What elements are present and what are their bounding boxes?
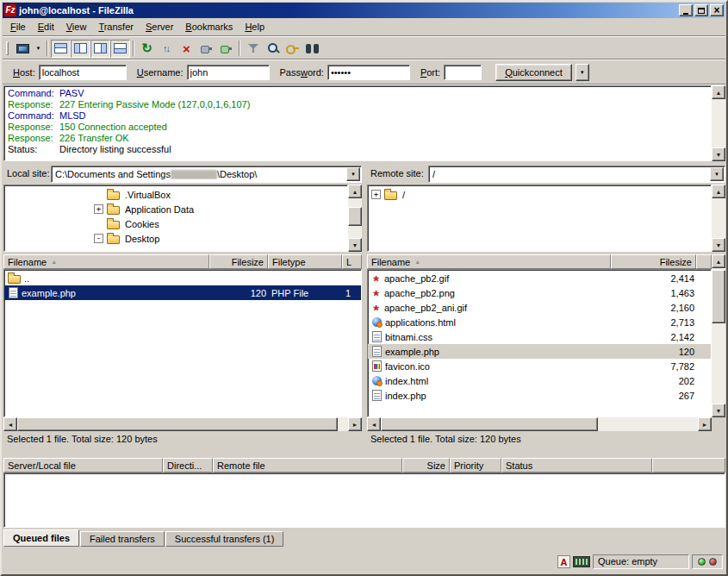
process-queue-button[interactable]: ↑↓	[157, 40, 177, 58]
tab-successful-transfers[interactable]: Successful transfers (1)	[165, 531, 284, 547]
tab-failed-transfers[interactable]: Failed transfers	[80, 531, 165, 547]
column-status[interactable]: Status	[501, 458, 652, 473]
log-scrollbar[interactable]: ▲ ▼	[712, 85, 725, 161]
file-row[interactable]: *apache_pb2.png 1,463	[368, 285, 711, 300]
combo-dropdown-button[interactable]: ▼	[710, 167, 724, 181]
find-files-button[interactable]	[302, 40, 322, 58]
menu-edit[interactable]: Edit	[32, 20, 60, 34]
cancel-button[interactable]: ×	[177, 40, 196, 58]
menu-bookmarks[interactable]: Bookmarks	[179, 20, 239, 34]
host-input[interactable]	[39, 65, 127, 80]
scroll-right-button[interactable]: ►	[698, 417, 712, 431]
column-last-modified[interactable]: L	[342, 254, 362, 269]
scroll-down-button[interactable]: ▼	[712, 238, 725, 252]
reconnect-button[interactable]	[216, 40, 236, 58]
local-tree-item[interactable]: + Application Data	[4, 202, 347, 216]
column-direction[interactable]: Directi...	[163, 458, 213, 473]
tab-queued-files[interactable]: Queued files	[3, 529, 79, 547]
local-list-hscrollbar[interactable]: ◄ ►	[3, 417, 362, 431]
tree-expander-icon[interactable]: +	[371, 190, 381, 199]
column-filename[interactable]: Filename▲	[367, 254, 611, 269]
quickconnect-dropdown-button[interactable]: ▼	[576, 64, 589, 81]
local-tree-item[interactable]: - Desktop	[4, 231, 347, 246]
menu-server[interactable]: Server	[140, 20, 179, 34]
remote-tree-scrollbar[interactable]: ▲ ▼	[712, 185, 725, 252]
local-tree-item[interactable]: Cookies	[4, 216, 347, 231]
file-row[interactable]: index.html 202	[368, 373, 711, 388]
column-size[interactable]: Size	[402, 458, 450, 473]
column-remote-file[interactable]: Remote file	[213, 458, 402, 473]
menu-transfer[interactable]: Transfer	[92, 20, 140, 34]
menubar: File Edit View Transfer Server Bookmarks…	[3, 19, 725, 36]
open-site-manager-button[interactable]	[13, 40, 33, 58]
toggle-local-tree-button[interactable]	[71, 40, 90, 58]
tree-item-label: Application Data	[123, 204, 196, 215]
scroll-left-button[interactable]: ◄	[3, 417, 17, 431]
file-row[interactable]: ..	[4, 271, 361, 285]
combo-dropdown-button[interactable]: ▼	[346, 167, 360, 181]
minimize-button[interactable]	[679, 4, 693, 16]
file-row[interactable]: applications.html 2,713	[368, 315, 711, 329]
close-button[interactable]: ×	[710, 4, 724, 16]
compare-directories-button[interactable]	[263, 40, 283, 58]
quickconnect-button[interactable]: Quickconnect	[495, 64, 572, 81]
maximize-button[interactable]	[694, 4, 708, 16]
menu-help[interactable]: Help	[239, 20, 271, 34]
remote-tree-item[interactable]: + /	[368, 187, 711, 202]
quickconnect-bar: Host: Username: Password: Port: Quickcon…	[3, 60, 725, 85]
tree-expander-icon[interactable]: -	[94, 234, 103, 243]
remote-site-combo[interactable]: / ▼	[428, 166, 725, 183]
scroll-thumb[interactable]	[381, 417, 598, 431]
scroll-down-button[interactable]: ▼	[712, 147, 725, 161]
file-row[interactable]: favicon.ico 7,782	[368, 359, 711, 373]
file-row-selected[interactable]: example.php 120 PHP File 1	[4, 285, 361, 300]
filter-icon	[248, 43, 258, 53]
local-tree-scrollbar[interactable]: ▲ ▼	[348, 185, 362, 252]
local-tree-item[interactable]: .VirtualBox	[4, 187, 347, 202]
scroll-up-button[interactable]: ▲	[348, 185, 362, 198]
column-filetype[interactable]: Filetype	[268, 254, 342, 269]
scroll-thumb[interactable]	[712, 270, 725, 323]
file-row[interactable]: *apache_pb2.gif 2,414	[368, 271, 711, 285]
column-filename[interactable]: Filename▲	[3, 254, 209, 269]
column-priority[interactable]: Priority	[450, 458, 501, 473]
file-row[interactable]: *apache_pb2_ani.gif 2,160	[368, 300, 711, 315]
column-filesize[interactable]: Filesize	[611, 254, 696, 269]
disconnect-button[interactable]	[196, 40, 216, 58]
toggle-message-log-button[interactable]	[51, 40, 71, 58]
scroll-thumb[interactable]	[348, 207, 362, 226]
menu-file[interactable]: File	[4, 20, 32, 34]
file-row[interactable]: bitnami.css 2,142	[368, 329, 711, 344]
site-manager-dropdown-button[interactable]: ▼	[33, 40, 44, 58]
scroll-up-button[interactable]: ▲	[712, 85, 725, 99]
toggle-remote-tree-button[interactable]	[90, 40, 110, 58]
synchronized-browsing-button[interactable]	[283, 40, 302, 58]
filter-button[interactable]	[243, 40, 263, 58]
remote-list-hscrollbar[interactable]: ◄ ►	[367, 417, 712, 431]
process-queue-icon: ↑↓	[163, 44, 171, 53]
scroll-up-button[interactable]: ▲	[712, 254, 725, 268]
scroll-right-button[interactable]: ►	[348, 417, 362, 431]
toolbar-grip[interactable]	[6, 41, 9, 55]
scroll-down-button[interactable]: ▼	[348, 238, 362, 252]
port-input[interactable]	[444, 65, 482, 80]
file-row[interactable]: index.php 267	[368, 388, 711, 403]
php-file-icon	[372, 346, 382, 357]
toggle-transfer-queue-button[interactable]	[110, 40, 130, 58]
local-site-combo[interactable]: C:\Documents and Settings\Desktop\ ▼	[51, 166, 362, 183]
menu-view[interactable]: View	[60, 20, 93, 34]
file-row-selected[interactable]: example.php 120	[368, 344, 711, 359]
column-server-local-file[interactable]: Server/Local file	[3, 458, 163, 473]
column-filesize[interactable]: Filesize	[209, 254, 268, 269]
binoculars-icon	[306, 44, 319, 53]
scroll-thumb[interactable]	[17, 417, 338, 431]
scroll-up-button[interactable]: ▲	[712, 185, 725, 198]
remote-list-scrollbar[interactable]: ▲ ▼	[712, 254, 725, 417]
tree-expander-icon[interactable]: +	[94, 204, 103, 214]
password-input[interactable]	[327, 65, 410, 80]
titlebar[interactable]: Fz john@localhost - FileZilla ×	[3, 3, 725, 18]
scroll-left-button[interactable]: ◄	[367, 417, 381, 431]
username-input[interactable]	[187, 65, 270, 80]
scroll-down-button[interactable]: ▼	[712, 404, 725, 417]
refresh-button[interactable]: ↻	[137, 40, 157, 58]
